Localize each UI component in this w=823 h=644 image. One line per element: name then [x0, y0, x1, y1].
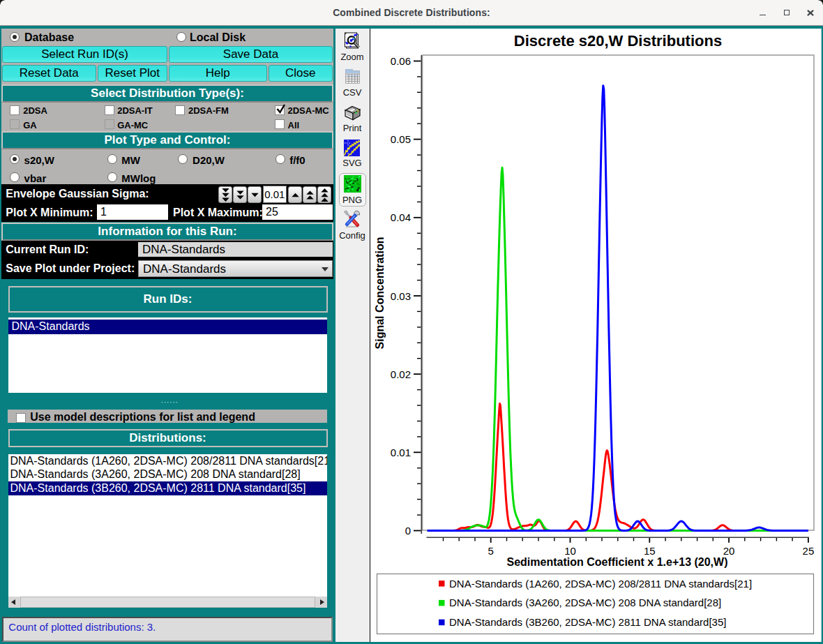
svg-text:Discrete s20,W Distributions: Discrete s20,W Distributions [514, 32, 722, 50]
svg-text:25: 25 [803, 545, 815, 557]
svg-text:10: 10 [564, 545, 576, 557]
svg-text:15: 15 [644, 545, 656, 557]
svg-text:0: 0 [405, 525, 411, 537]
svg-text:DNA-Standards (3B260, 2DSA-MC): DNA-Standards (3B260, 2DSA-MC) 2811 DNA … [449, 616, 726, 628]
svg-text:20: 20 [723, 545, 735, 557]
svg-text:0.02: 0.02 [391, 368, 411, 380]
svg-text:0.05: 0.05 [391, 133, 411, 145]
svg-text:5: 5 [488, 545, 494, 557]
svg-text:DNA-Standards (3A260, 2DSA-MC): DNA-Standards (3A260, 2DSA-MC) 208 DNA s… [449, 597, 721, 608]
svg-text:0.06: 0.06 [391, 55, 411, 67]
svg-text:0.04: 0.04 [391, 211, 411, 223]
svg-text:DNA-Standards (1A260, 2DSA-MC): DNA-Standards (1A260, 2DSA-MC) 208/2811 … [449, 578, 752, 590]
svg-text:Signal Concentration: Signal Concentration [374, 237, 386, 350]
svg-text:0.01: 0.01 [391, 447, 411, 458]
svg-text:Sedimentation Coefficient x 1.: Sedimentation Coefficient x 1.e+13 (20,W… [507, 556, 728, 568]
svg-text:0.03: 0.03 [391, 290, 411, 302]
